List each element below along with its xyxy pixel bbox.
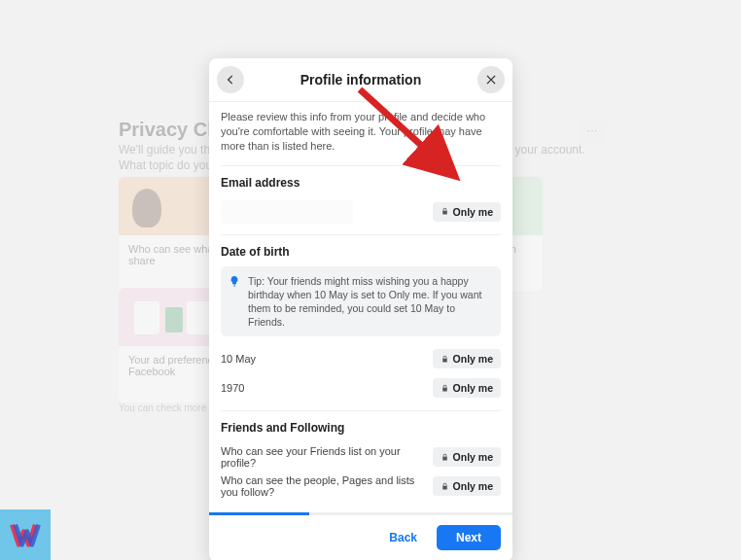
- section-dob-heading: Date of birth: [221, 245, 501, 259]
- close-button[interactable]: [477, 66, 505, 93]
- dob-day-month: 10 May: [221, 353, 433, 365]
- friends-list-question: Who can see your Friends list on your pr…: [221, 445, 433, 469]
- lightbulb-icon: [229, 275, 240, 287]
- profile-information-modal: Profile information Please review this i…: [209, 58, 512, 560]
- back-button[interactable]: Back: [377, 525, 429, 550]
- back-icon-button[interactable]: [217, 66, 244, 93]
- dob-year-audience-button[interactable]: Only me: [433, 378, 501, 398]
- dob-tip: Tip: Your friends might miss wishing you…: [221, 266, 501, 337]
- lock-icon: [441, 355, 449, 364]
- next-button[interactable]: Next: [437, 525, 501, 550]
- audience-label: Only me: [453, 353, 493, 365]
- modal-description: Please review this info from your profil…: [221, 110, 501, 166]
- lock-icon: [441, 453, 449, 462]
- lock-icon: [441, 384, 449, 393]
- dob-day-month-audience-button[interactable]: Only me: [433, 349, 501, 368]
- audience-label: Only me: [453, 480, 493, 492]
- audience-label: Only me: [453, 451, 493, 463]
- email-audience-button[interactable]: Only me: [433, 202, 501, 222]
- following-audience-button[interactable]: Only me: [433, 476, 501, 496]
- dob-year: 1970: [221, 382, 433, 394]
- audience-label: Only me: [453, 382, 493, 394]
- section-friends-heading: Friends and Following: [221, 421, 501, 435]
- audience-label: Only me: [453, 206, 493, 218]
- friends-list-audience-button[interactable]: Only me: [433, 447, 501, 467]
- section-email-heading: Email address: [221, 176, 501, 190]
- lock-icon: [441, 482, 449, 491]
- progress-bar: [209, 512, 512, 515]
- close-icon: [484, 73, 498, 87]
- brand-logo-icon: [9, 518, 42, 551]
- email-value: [221, 200, 353, 224]
- lock-icon: [441, 207, 449, 216]
- arrow-left-icon: [224, 73, 237, 87]
- following-question: Who can see the people, Pages and lists …: [221, 474, 433, 498]
- brand-logo: [0, 509, 51, 560]
- modal-title: Profile information: [300, 72, 421, 88]
